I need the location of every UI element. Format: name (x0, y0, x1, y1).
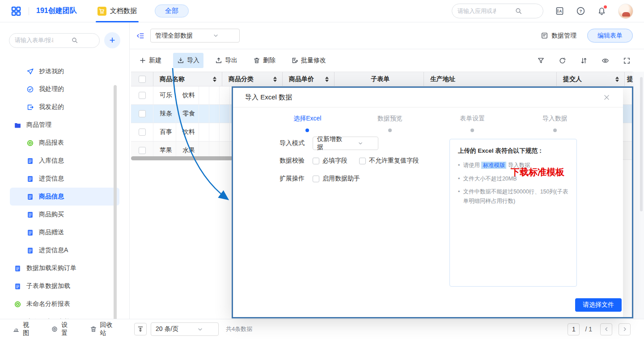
table-header-cell[interactable]: 商品名称 (153, 72, 222, 86)
form-search-input[interactable]: 请输入表单/报表名称 (9, 33, 100, 48)
data-view-select[interactable]: 管理全部数据 (150, 29, 240, 43)
sidebar-item[interactable]: 子表单数据加载 (10, 277, 119, 295)
validate-checkbox[interactable]: 必填字段 (313, 157, 347, 165)
close-icon[interactable] (603, 94, 610, 101)
prev-page-button[interactable] (600, 323, 612, 335)
sidebar-item-icon (14, 300, 21, 308)
sidebar-scrollbar[interactable] (114, 85, 117, 336)
global-search-input[interactable]: 请输入应用或表单名称 (452, 4, 543, 18)
sort-icon[interactable] (213, 77, 218, 82)
sidebar-item[interactable]: 我发起的 (10, 98, 119, 116)
import-mode-select[interactable]: 仅新增数据 (313, 137, 378, 150)
view-tool-icon[interactable] (623, 57, 631, 64)
sidebar-item[interactable]: 未命名流程表单 (10, 313, 119, 319)
select-all-checkbox[interactable] (139, 76, 146, 83)
import-mode-value: 仅新增数据 (317, 135, 344, 151)
sidebar-item[interactable]: 进货信息 (10, 170, 119, 188)
tab-doc-data[interactable]: 文档数据 (97, 0, 137, 22)
extend-op-label: 扩展操作 (280, 175, 313, 183)
table-header-cell[interactable]: 提交时间 (625, 72, 633, 86)
sidebar-item[interactable]: 抄送我的 (10, 69, 119, 80)
toolbar-button[interactable]: 导出 (211, 53, 242, 68)
view-tool-icon[interactable] (537, 57, 545, 64)
table-header-cell[interactable]: 子表单 (335, 72, 424, 86)
table-header-cell[interactable]: 商品单价 (283, 72, 335, 86)
row-checkbox[interactable] (139, 110, 146, 117)
tab-doc-data-label: 文档数据 (110, 7, 137, 15)
table-header-cell[interactable]: 商品分类 (222, 72, 283, 86)
user-avatar[interactable] (618, 4, 633, 19)
data-manage-button[interactable]: 数据管理 (541, 32, 576, 40)
wizard-step[interactable]: 选择Excel (266, 115, 349, 132)
sidebar-item[interactable]: 入库信息 (10, 152, 119, 170)
sidebar-footer-label: 设置 (61, 321, 72, 337)
sidebar-item[interactable]: 未命名分析报表 (10, 295, 119, 313)
sidebar-item-label: 未命名分析报表 (26, 300, 70, 308)
toolbar-button[interactable]: 批量修改 (287, 53, 330, 68)
page-size-select[interactable]: 20 条/页 (151, 322, 219, 336)
help-icon[interactable] (576, 6, 585, 16)
sidebar-item[interactable]: 进货信息A (10, 241, 119, 259)
row-checkbox[interactable] (139, 92, 146, 99)
header-right: 请输入应用或表单名称 (452, 4, 633, 19)
edit-form-button[interactable]: 编辑表单 (587, 29, 633, 43)
sidebar-item-label: 商品购买 (39, 210, 64, 219)
table-cell (220, 105, 230, 123)
view-tool-icon[interactable] (580, 57, 588, 64)
wizard-step-dot (470, 129, 474, 132)
row-height-button[interactable] (134, 323, 147, 335)
view-tool-icon[interactable] (602, 57, 609, 64)
next-page-button[interactable] (619, 323, 631, 335)
standard-template-link[interactable]: 标准模版 (481, 162, 506, 169)
add-form-button[interactable]: + (104, 32, 120, 48)
bullet: • (458, 187, 460, 206)
horizontal-scrollbar[interactable] (131, 156, 233, 160)
row-checkbox[interactable] (139, 147, 146, 154)
sort-icon[interactable] (325, 77, 330, 82)
sort-icon[interactable] (273, 77, 279, 82)
collapse-sidebar-icon[interactable] (136, 31, 145, 40)
scope-all-pill[interactable]: 全部 (155, 4, 189, 17)
sidebar-item[interactable]: 我处理的 (10, 80, 119, 98)
toolbar-button-label: 导入 (187, 56, 199, 64)
toolbar-button[interactable]: 删除 (249, 53, 280, 68)
table-header-cell[interactable]: 提交人 (557, 72, 625, 86)
wizard-step[interactable]: 表单设置 (431, 115, 514, 132)
sidebar-footer-item[interactable]: 设置 (51, 321, 72, 337)
sidebar-footer-item[interactable]: 回收站 (90, 321, 118, 337)
sidebar-item[interactable]: 商品赠送 (10, 223, 119, 241)
wizard-step[interactable]: 数据预览 (349, 115, 432, 132)
table-cell (199, 105, 209, 123)
app-grid-logo-icon[interactable] (11, 6, 21, 17)
team-name[interactable]: 191创建团队 (36, 6, 77, 16)
sidebar-footer-item[interactable]: 视图 (13, 321, 34, 337)
data-assistant-checkbox[interactable]: 启用数据助手 (313, 175, 360, 183)
view-tool-icon[interactable] (559, 57, 566, 64)
sidebar-item-icon (26, 157, 34, 165)
sidebar-item[interactable]: 商品购买 (10, 206, 119, 223)
row-checkbox[interactable] (139, 129, 146, 136)
contacts-icon[interactable] (555, 6, 564, 16)
toolbar-button-icon (215, 57, 222, 64)
toolbar-button[interactable]: 导入 (173, 53, 203, 68)
wizard-step-label: 数据预览 (377, 115, 402, 123)
table-cell (209, 123, 220, 141)
row-checkbox-cell (131, 86, 153, 104)
validate-checkbox[interactable]: 不允许重复值字段 (359, 157, 419, 165)
notification-bell-icon[interactable] (597, 6, 606, 16)
checkbox-icon (313, 176, 319, 182)
column-label: 子表单 (371, 75, 390, 83)
current-page-box[interactable]: 1 (568, 323, 580, 335)
sort-icon[interactable] (615, 77, 621, 82)
sidebar-item[interactable]: 商品管理 (10, 116, 119, 134)
checkbox-label: 启用数据助手 (322, 175, 360, 183)
table-cell: 饮料 (176, 123, 199, 141)
select-file-button[interactable]: 请选择文件 (575, 298, 622, 312)
sidebar-item[interactable]: 数据加载采购订单 (10, 259, 119, 277)
modal-steps: 选择Excel 数据预览 表单设置 导入数据 (266, 115, 596, 132)
wizard-step[interactable]: 导入数据 (514, 115, 597, 132)
sidebar-item[interactable]: 商品信息 (10, 188, 119, 206)
table-header-cell[interactable]: 生产地址 (424, 72, 557, 86)
sidebar-item[interactable]: 商品报表 (10, 134, 119, 152)
toolbar-button[interactable]: 新建 (135, 53, 165, 68)
